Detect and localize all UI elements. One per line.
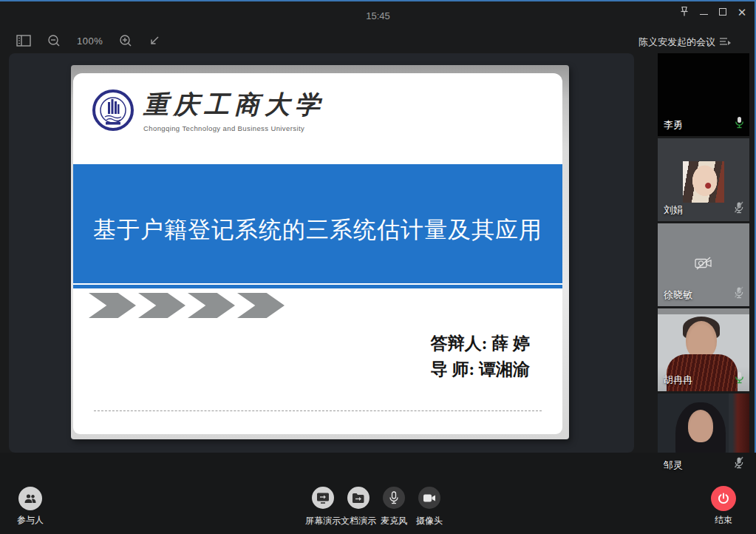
mic-muted-icon bbox=[734, 456, 744, 472]
zoom-level: 100% bbox=[77, 36, 103, 47]
university-logo bbox=[92, 89, 134, 131]
camera-button[interactable]: 摄像头 bbox=[412, 487, 447, 527]
minimize-button[interactable] bbox=[694, 2, 713, 21]
university-name-block: 重庆工商大学 Chongqing Technology and Business… bbox=[143, 88, 325, 132]
participant-video bbox=[688, 410, 713, 442]
participant-tile[interactable]: 徐晓敏 bbox=[658, 223, 749, 306]
participant-name: 李勇 bbox=[664, 118, 683, 132]
maximize-icon bbox=[719, 8, 726, 16]
slide-divider bbox=[94, 410, 542, 411]
participant-name: 刘娟 bbox=[664, 203, 683, 217]
slide-title-banner: 基于户籍登记系统的三系统估计量及其应用 bbox=[73, 164, 562, 288]
meeting-header: 陈义安发起的会议 bbox=[638, 36, 749, 49]
mic-on-icon bbox=[735, 371, 744, 387]
zoom-out-icon[interactable] bbox=[47, 34, 61, 47]
defender-line: 答辩人: 薛 婷 bbox=[431, 331, 530, 356]
pin-icon[interactable] bbox=[675, 2, 694, 21]
university-logo-row: 重庆工商大学 Chongqing Technology and Business… bbox=[92, 88, 325, 132]
doc-share-button[interactable]: 文档演示 bbox=[341, 487, 376, 527]
chevron-icon bbox=[138, 293, 185, 318]
slide-title: 基于户籍登记系统的三系统估计量及其应用 bbox=[93, 207, 542, 246]
maximize-button[interactable] bbox=[713, 2, 732, 21]
minimize-icon bbox=[700, 14, 708, 15]
screen-share-button[interactable]: 屏幕演示 bbox=[305, 487, 341, 527]
microphone-button[interactable]: 麦克风 bbox=[376, 487, 412, 527]
camera-off-icon bbox=[694, 256, 713, 274]
title-bar: 15:45 ✕ bbox=[0, 0, 756, 24]
view-toolbar: 100% bbox=[16, 33, 160, 49]
participant-tile[interactable]: 李勇 bbox=[658, 53, 749, 136]
slide-authors: 答辩人: 薛 婷 导 师: 谭湘渝 bbox=[431, 331, 530, 382]
mic-muted-icon bbox=[734, 201, 744, 217]
chevron-icon bbox=[188, 293, 235, 318]
people-icon bbox=[24, 493, 37, 504]
participant-name: 邹灵 bbox=[664, 459, 683, 472]
university-name-en: Chongqing Technology and Business Univer… bbox=[143, 124, 325, 132]
chevron-icon bbox=[237, 293, 285, 318]
close-button[interactable]: ✕ bbox=[732, 2, 752, 21]
meeting-title: 陈义安发起的会议 bbox=[638, 36, 715, 49]
participant-name: 徐晓敏 bbox=[664, 288, 692, 302]
fit-to-window-icon[interactable] bbox=[149, 35, 160, 47]
chevron-decoration bbox=[89, 293, 285, 318]
chevron-icon bbox=[89, 293, 136, 318]
participant-name: 胡冉冉 bbox=[664, 374, 692, 387]
advisor-line: 导 师: 谭湘渝 bbox=[431, 356, 530, 382]
end-meeting-button[interactable] bbox=[711, 486, 736, 511]
participants-label: 参与人 bbox=[2, 514, 58, 527]
meeting-clock: 15:45 bbox=[0, 10, 756, 21]
zoom-in-icon[interactable] bbox=[119, 34, 132, 47]
university-name-cn: 重庆工商大学 bbox=[143, 88, 325, 122]
window-controls: ✕ bbox=[675, 0, 752, 24]
screen-share-icon bbox=[316, 492, 330, 504]
end-meeting-label: 结束 bbox=[706, 514, 741, 527]
mic-muted-icon bbox=[734, 286, 744, 302]
mic-on-icon bbox=[735, 116, 744, 132]
call-actions: 屏幕演示 文档演示 麦克风 摄像头 bbox=[305, 487, 447, 527]
power-icon bbox=[717, 492, 730, 505]
close-icon: ✕ bbox=[738, 7, 747, 18]
slide-card: 重庆工商大学 Chongqing Technology and Business… bbox=[73, 73, 562, 434]
sidebar-toggle-icon[interactable] bbox=[16, 35, 31, 47]
participant-avatar bbox=[683, 161, 724, 203]
participants-button[interactable] bbox=[18, 487, 42, 510]
microphone-icon bbox=[389, 491, 399, 504]
camera-icon bbox=[423, 493, 436, 503]
doc-share-icon bbox=[352, 493, 365, 504]
presentation-slide: 重庆工商大学 Chongqing Technology and Business… bbox=[71, 65, 569, 439]
meeting-list-icon[interactable] bbox=[719, 36, 731, 49]
participant-tile[interactable]: 刘娟 bbox=[658, 138, 749, 221]
participant-tile[interactable]: 胡冉冉 bbox=[658, 308, 749, 391]
